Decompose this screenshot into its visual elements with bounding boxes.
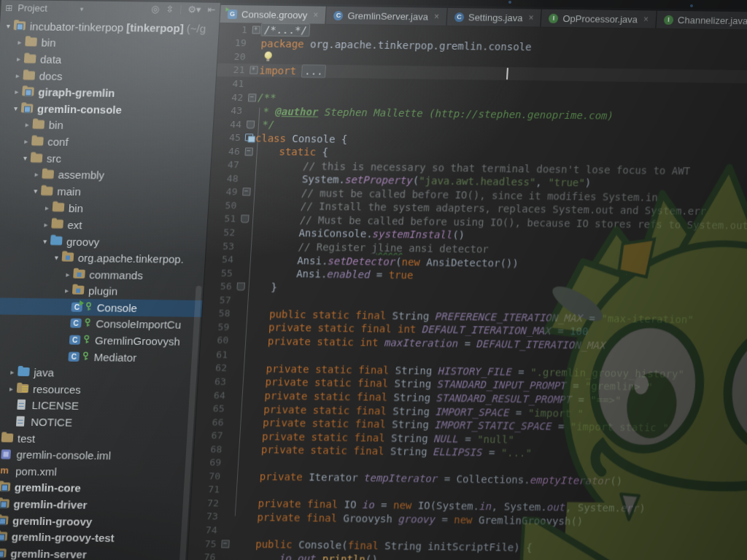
- editor-tab-console-groovy[interactable]: GConsole.groovy×: [220, 5, 327, 24]
- tree-item-gremlin-console-iml[interactable]: gremlin-console.iml: [0, 446, 193, 464]
- chevron-expanded-icon[interactable]: ▾: [10, 104, 22, 112]
- line-number: 68: [194, 443, 225, 455]
- line-number: 60: [201, 335, 232, 346]
- collapse-all-icon[interactable]: ⇳: [166, 4, 174, 15]
- line-number: 74: [189, 524, 220, 536]
- tree-item-label: org.apache.tinkerpop.: [77, 252, 184, 265]
- gutter-marker-icon[interactable]: [244, 134, 256, 142]
- tree-item-label: gremlin-console: [37, 103, 123, 117]
- tree-item-label: test: [17, 432, 35, 444]
- close-icon[interactable]: ×: [643, 14, 649, 24]
- chevron-collapsed-icon[interactable]: ▸: [40, 220, 52, 228]
- close-icon[interactable]: ×: [434, 12, 440, 22]
- fold-collapse-icon[interactable]: –: [246, 93, 258, 101]
- tree-item-gremlin-groovy[interactable]: ▸gremlin-groovy: [0, 512, 190, 531]
- key-icon: [84, 301, 93, 314]
- toolbar-remnant-icon: [690, 4, 693, 7]
- tree-item-label: src: [47, 152, 62, 165]
- editor-tab-channelizer-java[interactable]: IChannelizer.java×: [656, 11, 747, 30]
- line-number: 42: [215, 91, 247, 103]
- tree-item-label: plugin: [88, 284, 118, 298]
- tree-item-gremlin-server[interactable]: ▸gremlin-server: [0, 545, 187, 560]
- tree-item-label: gremlin-server: [10, 548, 87, 560]
- hide-panel-icon[interactable]: ⇤: [207, 4, 216, 15]
- editor-tab-gremlinserver-java[interactable]: CGremlinServer.java×: [326, 7, 448, 26]
- editor-tab-settings-java[interactable]: CSettings.java×: [446, 8, 542, 27]
- chevron-collapsed-icon[interactable]: ▸: [21, 121, 33, 129]
- close-icon[interactable]: ×: [528, 12, 534, 23]
- fold-collapse-icon[interactable]: –: [240, 188, 252, 196]
- chevron-expanded-icon[interactable]: ▾: [20, 154, 31, 162]
- chevron-collapsed-icon[interactable]: ▸: [7, 368, 18, 376]
- interface-file-icon: I: [549, 13, 559, 23]
- chevron-down-icon[interactable]: ▾: [80, 5, 84, 12]
- line-number: 20: [217, 51, 249, 63]
- tab-label: OpProcessor.java: [562, 13, 638, 25]
- fold-expand-icon[interactable]: +: [247, 66, 260, 74]
- project-panel-header: ⊞ Project ▾ ◎ ⇳ ⚙▾ ⇤: [1, 0, 220, 19]
- folder-blue-icon: [50, 236, 63, 246]
- folder-icon: [31, 153, 43, 163]
- tree-item-label: Mediator: [93, 351, 136, 364]
- gremlin-mascot-watermark: [518, 152, 747, 560]
- editor-tab-opprocessor-java[interactable]: IOpProcessor.java×: [541, 9, 657, 28]
- tab-label: Console.groovy: [241, 9, 308, 20]
- line-number: 50: [209, 200, 240, 211]
- project-panel-title[interactable]: Project: [18, 2, 47, 14]
- tree-item-gremlin-driver[interactable]: ▸gremlin-driver: [0, 495, 190, 514]
- chevron-expanded-icon[interactable]: ▾: [30, 187, 42, 195]
- line-number: 53: [206, 240, 238, 252]
- fold-collapse-icon[interactable]: –: [219, 540, 231, 548]
- groovy-class-icon: C: [69, 335, 81, 345]
- chevron-collapsed-icon[interactable]: ▸: [42, 203, 53, 211]
- line-number: 58: [202, 308, 233, 319]
- tree-item-label: ext: [67, 218, 82, 230]
- package-icon: [62, 252, 74, 262]
- chevron-collapsed-icon[interactable]: ▸: [14, 39, 26, 47]
- folder-res-icon: [17, 384, 29, 394]
- tree-item-resources[interactable]: ▸resources: [0, 380, 198, 399]
- line-number: 51: [208, 213, 239, 225]
- project-tool-window: ⊞ Project ▾ ◎ ⇳ ⚙▾ ⇤ ▾incubator-tinkerpo…: [0, 0, 220, 560]
- chevron-collapsed-icon[interactable]: ▸: [31, 171, 42, 179]
- chevron-collapsed-icon[interactable]: ▸: [13, 55, 25, 63]
- tree-item-gremlin-groovy-test[interactable]: ▸gremlin-groovy-test: [0, 528, 189, 547]
- tree-item-gremlin-core[interactable]: ▸gremlin-core: [0, 479, 192, 498]
- fold-end-icon[interactable]: [244, 120, 257, 128]
- tree-item-notice[interactable]: NOTICE: [0, 413, 196, 432]
- fold-collapse-icon[interactable]: –: [242, 147, 255, 155]
- tree-item-license[interactable]: LICENSE: [0, 397, 196, 416]
- chevron-expanded-icon[interactable]: ▾: [39, 236, 51, 244]
- tree-item-label: gremlin-driver: [13, 498, 88, 511]
- package-icon: [73, 269, 85, 279]
- line-number: 44: [214, 119, 245, 131]
- chevron-collapsed-icon[interactable]: ▸: [20, 137, 32, 145]
- tool-window-icon: ⊞: [5, 3, 13, 13]
- folder-icon: [23, 71, 35, 80]
- folder-badge-icon: [21, 104, 34, 113]
- line-number: 62: [199, 362, 231, 373]
- close-icon[interactable]: ×: [313, 10, 319, 20]
- iml-icon: [0, 450, 12, 459]
- line-number: 72: [190, 497, 222, 509]
- locate-icon[interactable]: ◎: [151, 4, 160, 15]
- fold-expand-icon[interactable]: +: [249, 26, 262, 34]
- intention-bulb-icon[interactable]: [264, 52, 273, 62]
- chevron-collapsed-icon[interactable]: ▸: [11, 88, 23, 96]
- tree-item-label: conf: [47, 136, 69, 148]
- chevron-expanded-icon[interactable]: ▾: [51, 253, 63, 261]
- chevron-collapsed-icon[interactable]: ▸: [6, 384, 18, 392]
- chevron-collapsed-icon[interactable]: ▸: [12, 71, 23, 79]
- chevron-expanded-icon[interactable]: ▾: [3, 22, 15, 30]
- fold-end-icon[interactable]: [234, 283, 247, 291]
- code-text: static {: [254, 146, 328, 158]
- settings-gear-icon[interactable]: ⚙▾: [187, 4, 201, 15]
- fold-end-icon[interactable]: [239, 215, 251, 223]
- tree-item-test[interactable]: ▸test: [0, 429, 195, 448]
- code-text: io.out.println(): [230, 551, 378, 560]
- tree-item-pom-xml[interactable]: mpom.xml: [0, 462, 193, 481]
- tree-item-label: giraph-gremlin: [38, 86, 115, 99]
- chevron-collapsed-icon[interactable]: ▸: [62, 270, 74, 278]
- chevron-collapsed-icon[interactable]: ▸: [61, 287, 73, 295]
- line-number: 69: [193, 456, 225, 468]
